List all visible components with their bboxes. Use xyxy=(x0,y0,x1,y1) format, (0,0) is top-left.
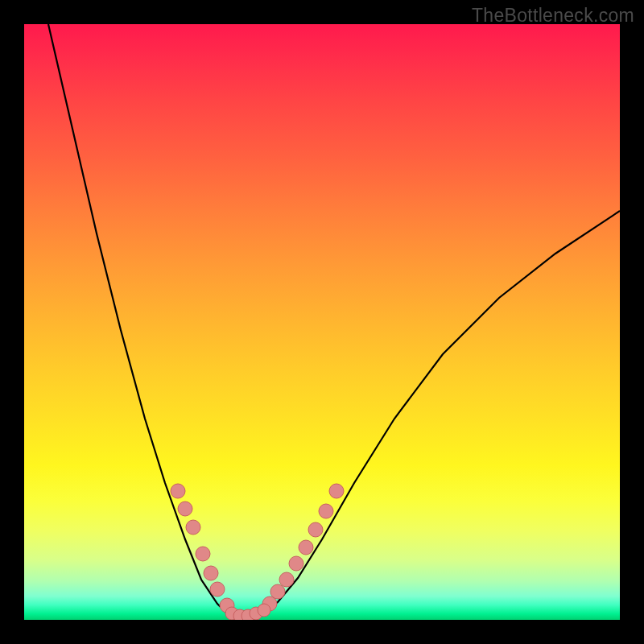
bottleneck-curve xyxy=(24,24,620,620)
curve-marker xyxy=(210,582,225,597)
curve-marker xyxy=(299,540,313,555)
curve-marker xyxy=(258,604,270,617)
curve-marker xyxy=(204,566,218,580)
curve-marker xyxy=(308,522,323,537)
curve-marker xyxy=(289,556,303,571)
curve-marker xyxy=(279,572,294,587)
curve-marker xyxy=(171,484,185,498)
curve-marker xyxy=(270,584,285,599)
curve-marker xyxy=(196,547,210,561)
curve-marker xyxy=(178,502,192,516)
plot-area xyxy=(24,24,620,620)
watermark-text: TheBottleneck.com xyxy=(472,5,634,27)
chart-container: TheBottleneck.com xyxy=(0,0,644,644)
curve-marker xyxy=(319,504,333,518)
curve-marker xyxy=(329,484,344,498)
curve-marker xyxy=(186,520,200,535)
